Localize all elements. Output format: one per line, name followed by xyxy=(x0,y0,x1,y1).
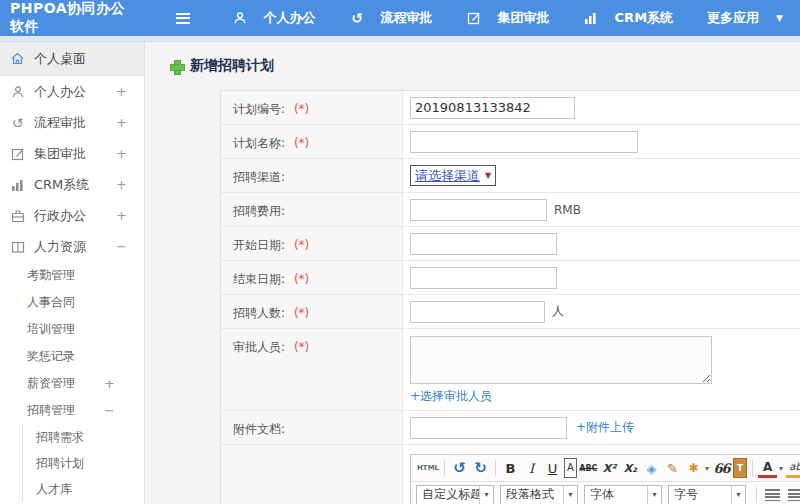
font-family-select[interactable]: 字体 ▾ xyxy=(584,485,662,504)
subsubitem-label: 人才库 xyxy=(36,481,72,498)
sidebar-subsubitem-recruit-demand[interactable]: 招聘需求 xyxy=(23,424,144,450)
select-approvers-link[interactable]: +选择审批人员 xyxy=(410,388,492,405)
bold-button[interactable]: B xyxy=(501,458,520,478)
sidebar-item-personal-office[interactable]: 个人办公 + xyxy=(0,76,144,107)
paste-text-button[interactable]: T xyxy=(733,458,747,478)
sidebar-item-personal-desktop[interactable]: 个人桌面 xyxy=(0,42,144,76)
expand-icon[interactable]: + xyxy=(116,84,126,99)
chevron-down-icon[interactable]: ▾ xyxy=(705,464,709,473)
subitem-label: 人事合同 xyxy=(27,294,75,311)
sidebar-item-label: 个人办公 xyxy=(34,83,86,101)
recruit-submenu: 招聘需求 招聘计划 人才库 xyxy=(22,424,144,502)
field-label: 附件文档: xyxy=(221,411,403,444)
person-icon xyxy=(233,11,248,26)
page-title-bar: 新增招聘计划 xyxy=(170,57,800,75)
briefcase-icon xyxy=(10,208,25,223)
sidebar-subsubitem-talent-pool[interactable]: 人才库 xyxy=(23,476,144,502)
sidebar-subsubitem-recruit-plan[interactable]: 招聘计划 xyxy=(23,450,144,476)
align-left-icon[interactable] xyxy=(765,489,780,501)
field-label: 开始日期: (*) xyxy=(221,227,403,260)
source-code-button[interactable]: HTML xyxy=(417,458,439,478)
headcount-input[interactable] xyxy=(410,301,545,323)
topnav-workflow-approval[interactable]: ↺ 流程审批 xyxy=(333,0,450,36)
collapse-icon[interactable]: − xyxy=(104,403,114,418)
expand-icon[interactable]: + xyxy=(104,376,114,391)
chevron-down-icon[interactable]: ▾ xyxy=(779,464,783,473)
bordered-text-button[interactable]: A xyxy=(564,458,577,478)
sidebar-item-workflow-approval[interactable]: ↺ 流程审批 + xyxy=(0,107,144,138)
subitem-label: 培训管理 xyxy=(27,321,75,338)
edit-icon xyxy=(467,11,482,26)
label-text: 结束日期: xyxy=(233,272,285,286)
sidebar-item-label: 集团审批 xyxy=(34,145,86,163)
attachment-upload-link[interactable]: +附件上传 xyxy=(576,419,634,436)
sidebar-subitem-rewards[interactable]: 奖惩记录 xyxy=(0,343,144,370)
attachment-input[interactable] xyxy=(410,417,567,439)
form-row-editor: HTML ↺ ↻ B I U A ABC X² X₂ ◈ xyxy=(221,445,800,504)
chevron-down-icon: ▾ xyxy=(479,486,493,504)
sidebar-subitem-hr-contract[interactable]: 人事合同 xyxy=(0,289,144,316)
paragraph-format-select[interactable]: 段落格式 ▾ xyxy=(500,485,578,504)
field-label-empty xyxy=(221,445,403,504)
sidebar: 个人桌面 个人办公 + ↺ 流程审批 + 集团审批 + xyxy=(0,42,145,504)
font-size-select[interactable]: 字号 ▾ xyxy=(668,485,746,504)
chevron-down-icon: ▾ xyxy=(563,486,577,504)
sidebar-item-admin-office[interactable]: 行政办公 + xyxy=(0,200,144,231)
sidebar-item-hr[interactable]: 人力资源 − xyxy=(0,231,144,262)
blockquote-button[interactable]: 66 xyxy=(712,458,731,478)
label-text: 附件文档: xyxy=(233,422,285,436)
topnav-crm[interactable]: CRM系统 xyxy=(567,0,691,36)
sidebar-subitem-training[interactable]: 培训管理 xyxy=(0,316,144,343)
sidebar-subitem-attendance[interactable]: 考勤管理 xyxy=(0,262,144,289)
required-mark: (*) xyxy=(294,238,309,252)
required-mark: (*) xyxy=(294,272,309,286)
toolbar-separator xyxy=(756,487,757,503)
topnav-label: 集团审批 xyxy=(498,9,550,27)
topnav-group-approval[interactable]: 集团审批 xyxy=(450,0,567,36)
align-center-icon[interactable] xyxy=(788,489,800,501)
format-painter-button[interactable]: ✎ xyxy=(663,458,682,478)
strikethrough-button[interactable]: ABC xyxy=(579,458,598,478)
end-date-input[interactable] xyxy=(410,267,557,289)
label-text: 招聘人数: xyxy=(233,306,285,320)
menu-toggle-icon[interactable] xyxy=(176,13,189,24)
required-mark: (*) xyxy=(294,340,309,354)
approvers-textarea[interactable] xyxy=(410,336,712,384)
italic-button[interactable]: I xyxy=(522,458,541,478)
superscript-button[interactable]: X² xyxy=(600,458,619,478)
undo-button[interactable]: ↺ xyxy=(450,458,469,478)
sidebar-subitem-recruit-mgmt[interactable]: 招聘管理 − xyxy=(0,397,144,424)
redo-button[interactable]: ↻ xyxy=(471,458,490,478)
form-row-recruit-channel: 招聘渠道: 请选择渠道 ▼ xyxy=(221,159,800,193)
collapse-icon[interactable]: − xyxy=(116,239,126,254)
chevron-down-icon: ▼ xyxy=(776,13,783,23)
emoticon-button[interactable]: ✱ xyxy=(684,458,703,478)
sidebar-subitem-salary[interactable]: 薪资管理 + xyxy=(0,370,144,397)
sidebar-item-crm[interactable]: CRM系统 + xyxy=(0,169,144,200)
expand-icon[interactable]: + xyxy=(116,115,126,130)
plan-number-input[interactable] xyxy=(410,97,575,119)
expand-icon[interactable]: + xyxy=(116,177,126,192)
subscript-button[interactable]: X₂ xyxy=(621,458,640,478)
expand-icon[interactable]: + xyxy=(116,208,126,223)
topnav-personal-office[interactable]: 个人办公 xyxy=(216,0,333,36)
custom-heading-select[interactable]: 自定义标题 ▾ xyxy=(416,485,494,504)
select-label: 段落格式 xyxy=(501,486,563,503)
topnav-more-apps[interactable]: 更多应用 ▼ xyxy=(690,0,800,36)
font-color-button[interactable]: A xyxy=(758,458,777,478)
underline-button[interactable]: U xyxy=(543,458,562,478)
sidebar-item-group-approval[interactable]: 集团审批 + xyxy=(0,138,144,169)
toolbar-separator xyxy=(495,460,496,476)
start-date-input[interactable] xyxy=(410,233,557,255)
expand-icon[interactable]: + xyxy=(116,146,126,161)
form-row-headcount: 招聘人数: (*) 人 xyxy=(221,295,800,329)
remove-format-button[interactable]: ◈ xyxy=(642,458,661,478)
editor-toolbar-row2: 自定义标题 ▾ 段落格式 ▾ 字体 ▾ xyxy=(411,482,800,504)
person-icon xyxy=(10,84,25,99)
plan-name-input[interactable] xyxy=(410,131,638,153)
highlight-color-button[interactable]: ab xyxy=(786,458,800,478)
recruit-cost-input[interactable] xyxy=(410,199,547,221)
channel-select[interactable]: 请选择渠道 ▼ xyxy=(410,165,496,186)
field-label: 审批人员: (*) xyxy=(221,329,403,410)
topnav-label: 更多应用 xyxy=(707,9,759,27)
